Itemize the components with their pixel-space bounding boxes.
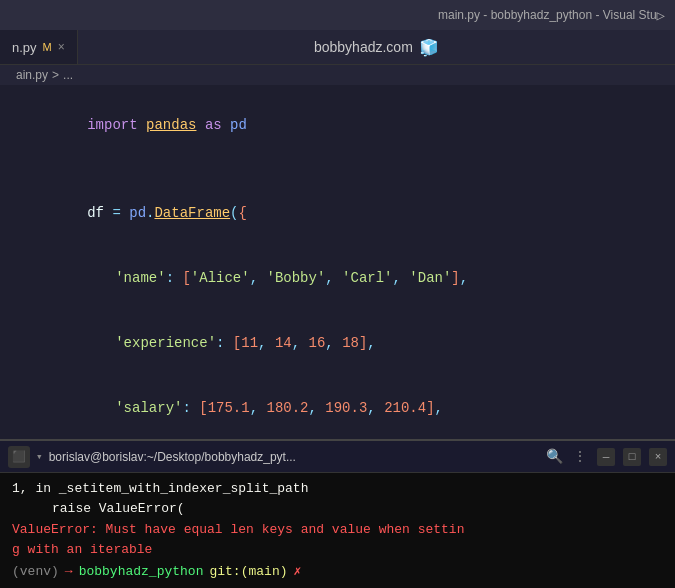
prompt-username: bobbyhadz_python — [79, 562, 204, 582]
breadcrumb: ain.py > ... — [0, 65, 675, 85]
code-line-3: df = pd.DataFrame({ — [0, 181, 675, 246]
terminal-more-options-icon[interactable]: ⋮ — [573, 448, 589, 465]
terminal-icon: ⬛ — [8, 446, 30, 468]
code-line-5: 'experience': [11, 14, 16, 18], — [0, 311, 675, 376]
terminal-error-line-2: g with an iterable — [12, 540, 663, 560]
window-title: main.py - bobbyhadz_python - Visual Stu — [438, 8, 657, 22]
window-controls: ▷ — [657, 7, 665, 24]
tab-modified-indicator: M — [43, 41, 52, 53]
venv-label: (venv) — [12, 562, 59, 582]
breadcrumb-context: ... — [63, 68, 73, 82]
code-line-blank-1 — [0, 158, 675, 181]
tab-bar: n.py M × bobbyhadz.com 🧊 — [0, 30, 675, 65]
terminal-output-line-1: 1, in _setitem_with_indexer_split_path — [12, 479, 663, 499]
main-layout: n.py M × bobbyhadz.com 🧊 ain.py > ... im… — [0, 30, 675, 588]
tab-center: bobbyhadz.com 🧊 — [78, 38, 675, 57]
file-tab[interactable]: n.py M × — [0, 30, 78, 64]
code-line-4: 'name': ['Alice', 'Bobby', 'Carl', 'Dan'… — [0, 246, 675, 311]
terminal-chevron-icon: ▾ — [36, 450, 43, 463]
prompt-arrow-icon: → — [65, 562, 73, 582]
prompt-error-indicator: ✗ — [293, 562, 301, 582]
prompt-git-branch: git:(main) — [209, 562, 287, 582]
terminal-search-icon[interactable]: 🔍 — [546, 448, 563, 465]
terminal-panel: ⬛ ▾ borislav@borislav:~/Desktop/bobbyhad… — [0, 439, 675, 588]
tab-close-button[interactable]: × — [58, 40, 65, 54]
code-line-1: import pandas as pd — [0, 93, 675, 158]
terminal-maximize-button[interactable]: □ — [623, 448, 641, 466]
terminal-close-button[interactable]: × — [649, 448, 667, 466]
breadcrumb-separator: > — [52, 68, 59, 82]
code-line-6: 'salary': [175.1, 180.2, 190.3, 210.4], — [0, 376, 675, 441]
tab-label: n.py — [12, 40, 37, 55]
terminal-output-line-2: raise ValueError( — [12, 499, 663, 519]
terminal-error-line-1: ValueError: Must have equal len keys and… — [12, 520, 663, 540]
breadcrumb-file: ain.py — [16, 68, 48, 82]
run-icon[interactable]: ▷ — [657, 7, 665, 24]
terminal-path: borislav@borislav:~/Desktop/bobbyhadz_py… — [49, 450, 536, 464]
site-name: bobbyhadz.com — [314, 39, 413, 55]
cube-icon: 🧊 — [419, 38, 439, 57]
terminal-minimize-button[interactable]: — — [597, 448, 615, 466]
title-bar: main.py - bobbyhadz_python - Visual Stu … — [0, 0, 675, 30]
terminal-output: 1, in _setitem_with_indexer_split_path r… — [0, 473, 675, 588]
terminal-prompt: (venv) → bobbyhadz_python git:(main) ✗ — [12, 562, 663, 582]
terminal-toolbar: ⬛ ▾ borislav@borislav:~/Desktop/bobbyhad… — [0, 441, 675, 473]
